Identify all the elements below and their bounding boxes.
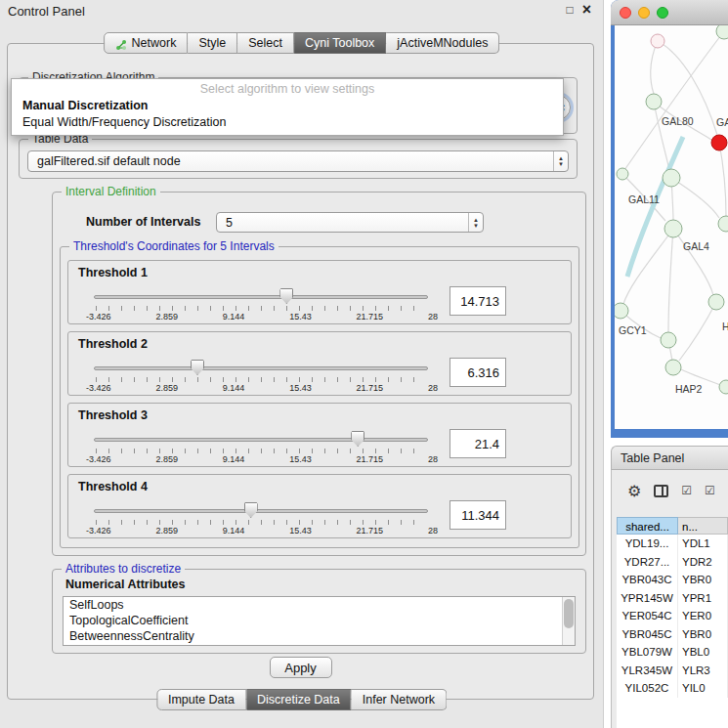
network-node[interactable] bbox=[719, 380, 728, 394]
network-node[interactable] bbox=[708, 294, 724, 310]
network-edge bbox=[627, 137, 683, 277]
network-edge bbox=[651, 41, 658, 94]
scale-label: 28 bbox=[428, 383, 438, 393]
tab-network[interactable]: Network bbox=[104, 32, 189, 54]
table-row[interactable]: YLR345WYLR3 bbox=[617, 662, 728, 680]
table-cell[interactable]: YDR2 bbox=[678, 553, 728, 572]
thresholds-list: Threshold 1-3.4262.8599.14415.4321.71528… bbox=[61, 247, 578, 547]
slider-ticks bbox=[96, 520, 426, 525]
threshold-value-field[interactable]: 14.713 bbox=[450, 286, 506, 316]
tab-cyni-toolbox[interactable]: Cyni Toolbox bbox=[294, 32, 386, 54]
table-cell[interactable]: YDR27... bbox=[617, 553, 678, 572]
slider-thumb[interactable] bbox=[191, 360, 204, 375]
network-node[interactable] bbox=[615, 303, 628, 319]
table-column-header[interactable]: shared... bbox=[617, 517, 678, 535]
slider-track[interactable] bbox=[94, 509, 428, 513]
table-column-header[interactable]: n... bbox=[678, 517, 728, 535]
network-node[interactable] bbox=[661, 332, 676, 348]
table-row[interactable]: YDR27...YDR2 bbox=[617, 553, 728, 572]
table-row[interactable]: YDL19...YDL1 bbox=[617, 535, 728, 553]
table-row[interactable]: YBR045CYBR0 bbox=[617, 625, 728, 644]
close-traffic-light[interactable] bbox=[620, 7, 631, 19]
table-row[interactable]: YBR043CYBR0 bbox=[617, 571, 728, 589]
zoom-traffic-light[interactable] bbox=[657, 7, 668, 19]
table-cell[interactable]: YLR3 bbox=[678, 662, 728, 680]
top-tab-bar: Network Style Select Cyni Toolbox jActiv… bbox=[104, 32, 500, 54]
dropdown-option-equal-width[interactable]: Equal Width/Frequency Discretization bbox=[12, 114, 563, 131]
slider-track[interactable] bbox=[94, 366, 428, 370]
network-node[interactable] bbox=[646, 94, 662, 109]
network-node[interactable] bbox=[718, 216, 728, 232]
slider-track[interactable] bbox=[94, 438, 428, 442]
table-cell[interactable]: YER054C bbox=[617, 607, 678, 625]
slider-track[interactable] bbox=[94, 295, 428, 299]
table-row[interactable]: YER054CYER0 bbox=[617, 607, 728, 625]
close-window-icon[interactable]: × bbox=[582, 2, 591, 18]
scale-label: 28 bbox=[428, 312, 438, 321]
gear-icon[interactable]: ⚙ bbox=[627, 482, 641, 500]
network-node[interactable] bbox=[651, 34, 664, 48]
network-node[interactable] bbox=[665, 360, 681, 375]
network-edge bbox=[719, 143, 726, 216]
table-row[interactable]: YBL079WYBL0 bbox=[617, 643, 728, 662]
table-cell[interactable]: YIL052C bbox=[617, 679, 678, 698]
slider-thumb[interactable] bbox=[351, 431, 364, 447]
dropdown-option-manual[interactable]: Manual Discretization bbox=[12, 98, 563, 114]
tab-select[interactable]: Select bbox=[237, 32, 294, 54]
attribute-list-item[interactable]: SelfLoops bbox=[64, 597, 575, 613]
attribute-list-item[interactable]: BetweennessCentrality bbox=[64, 628, 575, 644]
table-row[interactable]: YPR145WYPR1 bbox=[617, 589, 728, 608]
table-cell[interactable]: YDL19... bbox=[617, 535, 678, 553]
table-cell[interactable]: YBR045C bbox=[617, 625, 678, 644]
table-cell[interactable]: YER0 bbox=[678, 607, 728, 625]
attribute-list-item[interactable]: TopologicalCoefficient bbox=[64, 613, 575, 628]
float-window-icon[interactable]: □ bbox=[566, 3, 573, 17]
threshold-label: Threshold 2 bbox=[78, 337, 148, 351]
list-scrollbar[interactable] bbox=[562, 597, 575, 645]
checkbox-icon[interactable]: ☑ bbox=[681, 484, 692, 497]
network-node[interactable] bbox=[617, 168, 628, 180]
network-node[interactable] bbox=[716, 25, 728, 39]
table-row[interactable]: YIL052CYIL0 bbox=[617, 679, 728, 698]
tab-style[interactable]: Style bbox=[188, 32, 237, 54]
network-node[interactable] bbox=[663, 169, 680, 187]
table-cell[interactable]: YBL079W bbox=[617, 643, 678, 662]
threshold-slider: -3.4262.8599.14415.4321.71528 bbox=[94, 506, 428, 537]
tab-infer-network[interactable]: Infer Network bbox=[352, 689, 447, 710]
minimize-traffic-light[interactable] bbox=[638, 7, 650, 19]
table-cell[interactable]: YLR345W bbox=[617, 662, 678, 680]
table-cell[interactable]: YPR1 bbox=[678, 589, 728, 608]
table-cell[interactable]: YBR0 bbox=[678, 625, 728, 644]
columns-icon[interactable] bbox=[654, 485, 668, 497]
table-cell[interactable]: YDL1 bbox=[678, 535, 728, 553]
table-cell[interactable]: YIL0 bbox=[678, 679, 728, 698]
network-node[interactable] bbox=[664, 220, 682, 237]
checkbox-icon[interactable]: ☑ bbox=[705, 484, 715, 497]
apply-button[interactable]: Apply bbox=[270, 657, 332, 678]
threshold-value-field[interactable]: 6.316 bbox=[450, 358, 506, 387]
scale-label: 2.859 bbox=[155, 383, 178, 393]
tab-jactivemnodules[interactable]: jActiveMNodules bbox=[386, 32, 499, 54]
threshold-value-field[interactable]: 21.4 bbox=[450, 429, 506, 458]
tab-discretize-data[interactable]: Discretize Data bbox=[246, 689, 352, 710]
network-canvas[interactable]: GAL80GAGAL11GAL4GCY1HHAP2 bbox=[615, 25, 728, 429]
table-data-combo[interactable]: galFiltered.sif default node ▲ ▼ bbox=[27, 150, 569, 172]
number-of-intervals-combo[interactable]: 5 ▲ ▼ bbox=[216, 212, 484, 233]
table-cell[interactable]: YPR145W bbox=[617, 589, 678, 608]
network-node[interactable] bbox=[711, 135, 727, 150]
scale-label: 21.715 bbox=[357, 312, 384, 321]
table-cell[interactable]: YBL0 bbox=[678, 643, 728, 662]
table-cell[interactable]: YBR0 bbox=[678, 571, 728, 589]
table-panel-toolbar: ⚙ ☑ ☑ bbox=[612, 476, 728, 505]
scrollbar-thumb[interactable] bbox=[564, 599, 574, 628]
table-cell[interactable]: YBR043C bbox=[617, 571, 678, 589]
threshold-value-field[interactable]: 11.344 bbox=[450, 500, 506, 530]
threshold-slider: -3.4262.8599.14415.4321.71528 bbox=[94, 364, 428, 395]
network-edge bbox=[624, 31, 724, 170]
slider-thumb[interactable] bbox=[244, 502, 258, 518]
tab-impute-data[interactable]: Impute Data bbox=[156, 689, 246, 710]
slider-thumb[interactable] bbox=[279, 288, 293, 304]
network-tab-icon bbox=[115, 37, 127, 49]
combo-arrows-icon: ▲ ▼ bbox=[553, 151, 568, 171]
table-panel-titlebar: Table Panel bbox=[611, 446, 728, 470]
